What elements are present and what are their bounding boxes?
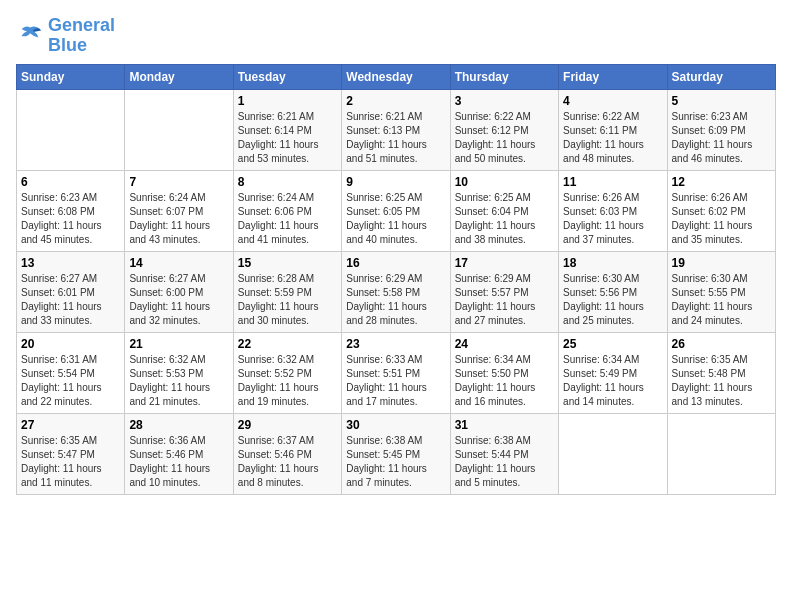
day-info: Sunrise: 6:36 AMSunset: 5:46 PMDaylight:… — [129, 434, 228, 490]
day-info: Sunrise: 6:25 AMSunset: 6:05 PMDaylight:… — [346, 191, 445, 247]
calendar-table: SundayMondayTuesdayWednesdayThursdayFrid… — [16, 64, 776, 495]
calendar-cell — [667, 413, 775, 494]
day-info: Sunrise: 6:30 AMSunset: 5:55 PMDaylight:… — [672, 272, 771, 328]
day-info: Sunrise: 6:26 AMSunset: 6:03 PMDaylight:… — [563, 191, 662, 247]
day-of-week-header: Tuesday — [233, 64, 341, 89]
day-number: 2 — [346, 94, 445, 108]
day-of-week-header: Friday — [559, 64, 667, 89]
calendar-cell: 12Sunrise: 6:26 AMSunset: 6:02 PMDayligh… — [667, 170, 775, 251]
page-header: General Blue — [16, 16, 776, 56]
day-number: 9 — [346, 175, 445, 189]
day-number: 23 — [346, 337, 445, 351]
day-number: 29 — [238, 418, 337, 432]
calendar-cell: 21Sunrise: 6:32 AMSunset: 5:53 PMDayligh… — [125, 332, 233, 413]
day-number: 16 — [346, 256, 445, 270]
day-info: Sunrise: 6:27 AMSunset: 6:01 PMDaylight:… — [21, 272, 120, 328]
day-number: 13 — [21, 256, 120, 270]
calendar-cell: 1Sunrise: 6:21 AMSunset: 6:14 PMDaylight… — [233, 89, 341, 170]
calendar-cell: 26Sunrise: 6:35 AMSunset: 5:48 PMDayligh… — [667, 332, 775, 413]
calendar-cell: 18Sunrise: 6:30 AMSunset: 5:56 PMDayligh… — [559, 251, 667, 332]
calendar-cell: 14Sunrise: 6:27 AMSunset: 6:00 PMDayligh… — [125, 251, 233, 332]
day-number: 3 — [455, 94, 554, 108]
day-info: Sunrise: 6:26 AMSunset: 6:02 PMDaylight:… — [672, 191, 771, 247]
calendar-week-row: 13Sunrise: 6:27 AMSunset: 6:01 PMDayligh… — [17, 251, 776, 332]
calendar-cell: 5Sunrise: 6:23 AMSunset: 6:09 PMDaylight… — [667, 89, 775, 170]
day-number: 27 — [21, 418, 120, 432]
calendar-cell: 22Sunrise: 6:32 AMSunset: 5:52 PMDayligh… — [233, 332, 341, 413]
day-number: 10 — [455, 175, 554, 189]
calendar-cell: 3Sunrise: 6:22 AMSunset: 6:12 PMDaylight… — [450, 89, 558, 170]
day-of-week-header: Thursday — [450, 64, 558, 89]
day-info: Sunrise: 6:33 AMSunset: 5:51 PMDaylight:… — [346, 353, 445, 409]
day-info: Sunrise: 6:21 AMSunset: 6:14 PMDaylight:… — [238, 110, 337, 166]
calendar-cell — [125, 89, 233, 170]
calendar-cell: 31Sunrise: 6:38 AMSunset: 5:44 PMDayligh… — [450, 413, 558, 494]
day-info: Sunrise: 6:38 AMSunset: 5:44 PMDaylight:… — [455, 434, 554, 490]
day-number: 14 — [129, 256, 228, 270]
day-number: 15 — [238, 256, 337, 270]
day-number: 5 — [672, 94, 771, 108]
day-number: 21 — [129, 337, 228, 351]
calendar-cell: 6Sunrise: 6:23 AMSunset: 6:08 PMDaylight… — [17, 170, 125, 251]
calendar-cell — [17, 89, 125, 170]
day-info: Sunrise: 6:29 AMSunset: 5:58 PMDaylight:… — [346, 272, 445, 328]
day-of-week-header: Wednesday — [342, 64, 450, 89]
day-number: 19 — [672, 256, 771, 270]
calendar-cell: 25Sunrise: 6:34 AMSunset: 5:49 PMDayligh… — [559, 332, 667, 413]
day-of-week-header: Saturday — [667, 64, 775, 89]
day-number: 24 — [455, 337, 554, 351]
day-info: Sunrise: 6:25 AMSunset: 6:04 PMDaylight:… — [455, 191, 554, 247]
day-number: 30 — [346, 418, 445, 432]
calendar-cell: 30Sunrise: 6:38 AMSunset: 5:45 PMDayligh… — [342, 413, 450, 494]
day-number: 8 — [238, 175, 337, 189]
day-info: Sunrise: 6:34 AMSunset: 5:49 PMDaylight:… — [563, 353, 662, 409]
calendar-week-row: 6Sunrise: 6:23 AMSunset: 6:08 PMDaylight… — [17, 170, 776, 251]
calendar-cell: 16Sunrise: 6:29 AMSunset: 5:58 PMDayligh… — [342, 251, 450, 332]
day-number: 6 — [21, 175, 120, 189]
calendar-cell — [559, 413, 667, 494]
day-info: Sunrise: 6:31 AMSunset: 5:54 PMDaylight:… — [21, 353, 120, 409]
day-info: Sunrise: 6:23 AMSunset: 6:08 PMDaylight:… — [21, 191, 120, 247]
day-info: Sunrise: 6:23 AMSunset: 6:09 PMDaylight:… — [672, 110, 771, 166]
calendar-cell: 4Sunrise: 6:22 AMSunset: 6:11 PMDaylight… — [559, 89, 667, 170]
calendar-cell: 10Sunrise: 6:25 AMSunset: 6:04 PMDayligh… — [450, 170, 558, 251]
day-number: 26 — [672, 337, 771, 351]
calendar-cell: 19Sunrise: 6:30 AMSunset: 5:55 PMDayligh… — [667, 251, 775, 332]
day-info: Sunrise: 6:30 AMSunset: 5:56 PMDaylight:… — [563, 272, 662, 328]
day-info: Sunrise: 6:29 AMSunset: 5:57 PMDaylight:… — [455, 272, 554, 328]
calendar-week-row: 1Sunrise: 6:21 AMSunset: 6:14 PMDaylight… — [17, 89, 776, 170]
calendar-cell: 9Sunrise: 6:25 AMSunset: 6:05 PMDaylight… — [342, 170, 450, 251]
day-number: 4 — [563, 94, 662, 108]
calendar-week-row: 27Sunrise: 6:35 AMSunset: 5:47 PMDayligh… — [17, 413, 776, 494]
day-info: Sunrise: 6:38 AMSunset: 5:45 PMDaylight:… — [346, 434, 445, 490]
day-number: 31 — [455, 418, 554, 432]
calendar-cell: 2Sunrise: 6:21 AMSunset: 6:13 PMDaylight… — [342, 89, 450, 170]
calendar-week-row: 20Sunrise: 6:31 AMSunset: 5:54 PMDayligh… — [17, 332, 776, 413]
day-number: 20 — [21, 337, 120, 351]
day-info: Sunrise: 6:21 AMSunset: 6:13 PMDaylight:… — [346, 110, 445, 166]
day-info: Sunrise: 6:28 AMSunset: 5:59 PMDaylight:… — [238, 272, 337, 328]
calendar-cell: 20Sunrise: 6:31 AMSunset: 5:54 PMDayligh… — [17, 332, 125, 413]
day-info: Sunrise: 6:35 AMSunset: 5:47 PMDaylight:… — [21, 434, 120, 490]
calendar-header-row: SundayMondayTuesdayWednesdayThursdayFrid… — [17, 64, 776, 89]
day-info: Sunrise: 6:34 AMSunset: 5:50 PMDaylight:… — [455, 353, 554, 409]
day-number: 7 — [129, 175, 228, 189]
calendar-cell: 28Sunrise: 6:36 AMSunset: 5:46 PMDayligh… — [125, 413, 233, 494]
day-number: 12 — [672, 175, 771, 189]
calendar-cell: 24Sunrise: 6:34 AMSunset: 5:50 PMDayligh… — [450, 332, 558, 413]
day-number: 22 — [238, 337, 337, 351]
day-info: Sunrise: 6:35 AMSunset: 5:48 PMDaylight:… — [672, 353, 771, 409]
day-info: Sunrise: 6:32 AMSunset: 5:52 PMDaylight:… — [238, 353, 337, 409]
day-number: 1 — [238, 94, 337, 108]
day-number: 18 — [563, 256, 662, 270]
day-number: 17 — [455, 256, 554, 270]
day-info: Sunrise: 6:24 AMSunset: 6:07 PMDaylight:… — [129, 191, 228, 247]
calendar-cell: 8Sunrise: 6:24 AMSunset: 6:06 PMDaylight… — [233, 170, 341, 251]
day-number: 11 — [563, 175, 662, 189]
calendar-cell: 7Sunrise: 6:24 AMSunset: 6:07 PMDaylight… — [125, 170, 233, 251]
day-number: 28 — [129, 418, 228, 432]
calendar-cell: 23Sunrise: 6:33 AMSunset: 5:51 PMDayligh… — [342, 332, 450, 413]
day-info: Sunrise: 6:27 AMSunset: 6:00 PMDaylight:… — [129, 272, 228, 328]
day-of-week-header: Sunday — [17, 64, 125, 89]
calendar-cell: 27Sunrise: 6:35 AMSunset: 5:47 PMDayligh… — [17, 413, 125, 494]
